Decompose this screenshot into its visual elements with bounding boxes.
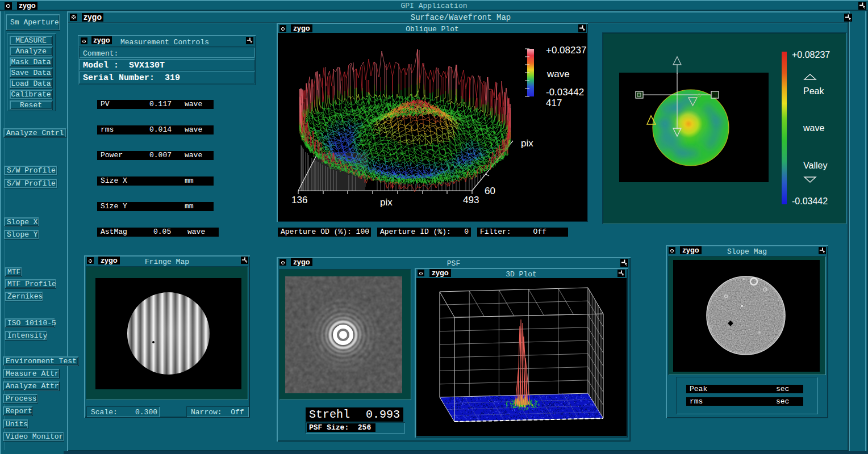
svg-text:wave: wave bbox=[546, 69, 570, 79]
svg-text:-0.03442: -0.03442 bbox=[546, 87, 584, 98]
svg-text:136: 136 bbox=[291, 195, 307, 205]
svg-text:60: 60 bbox=[485, 186, 495, 196]
svg-text:493: 493 bbox=[463, 195, 479, 205]
svg-text:pix: pix bbox=[521, 138, 533, 149]
svg-text:417: 417 bbox=[546, 98, 562, 108]
svg-text:pix: pix bbox=[380, 197, 393, 208]
svg-text:+0.08237: +0.08237 bbox=[546, 45, 586, 56]
